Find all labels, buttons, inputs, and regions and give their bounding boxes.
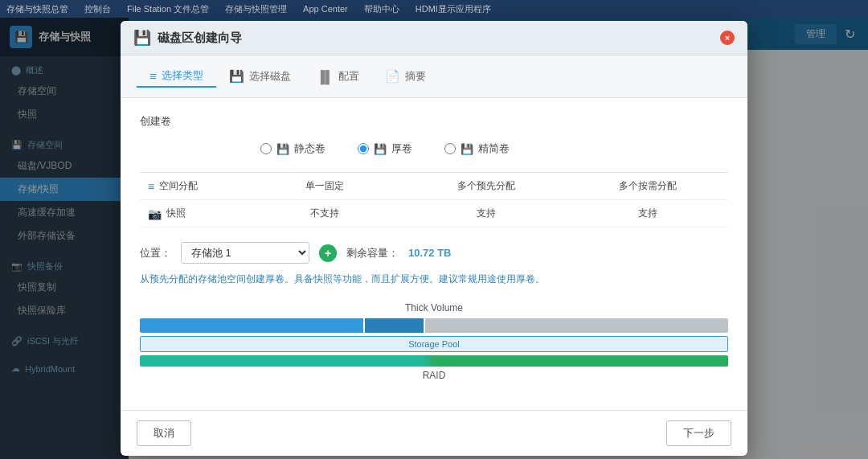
wizard-step-4[interactable]: 📄 摘要 bbox=[372, 66, 439, 87]
remaining-value: 10.72 TB bbox=[408, 247, 451, 259]
space-alloc-icon: ≡ bbox=[148, 180, 154, 193]
bar-gray-right bbox=[425, 318, 728, 333]
raid-bar bbox=[140, 355, 728, 367]
volume-type-static[interactable]: 💾 静态卷 bbox=[260, 141, 326, 156]
dialog-body: 创建卷 💾 静态卷 💾 厚卷 💾 精简卷 bbox=[121, 98, 747, 409]
prop-label-space: ≡ 空间分配 bbox=[140, 173, 244, 199]
step1-label: 选择类型 bbox=[162, 68, 203, 83]
wizard-step-2[interactable]: 💾 选择磁盘 bbox=[216, 66, 304, 87]
thick-vol-icon: 💾 bbox=[374, 143, 387, 155]
volume-type-thin[interactable]: 💾 精简卷 bbox=[444, 141, 510, 156]
static-vol-label: 静态卷 bbox=[294, 141, 326, 156]
bar-blue-left bbox=[140, 318, 363, 333]
taskbar-item-2[interactable]: 控制台 bbox=[84, 3, 111, 15]
taskbar-item-4[interactable]: 存储与快照管理 bbox=[225, 3, 287, 15]
prop-row-space: ≡ 空间分配 单一固定 多个预先分配 多个按需分配 bbox=[140, 173, 728, 200]
taskbar-item-6[interactable]: 帮助中心 bbox=[364, 3, 399, 15]
create-vol-title: 创建卷 bbox=[140, 114, 728, 129]
dialog-title: 💾 磁盘区创建向导 bbox=[133, 29, 242, 47]
info-text: 从预先分配的存储池空间创建厚卷。具备快照等功能，而且扩展方便。建议常规用途使用厚… bbox=[140, 272, 728, 287]
step2-label: 选择磁盘 bbox=[249, 69, 291, 84]
volume-type-thick[interactable]: 💾 厚卷 bbox=[358, 141, 412, 156]
dialog-titlebar: 💾 磁盘区创建向导 × bbox=[121, 21, 747, 55]
prop-row-snapshot: 📷 快照 不支持 支持 支持 bbox=[140, 200, 728, 227]
thick-vol-radio[interactable] bbox=[358, 143, 369, 154]
thin-vol-icon: 💾 bbox=[461, 143, 473, 155]
taskbar-item-5[interactable]: App Center bbox=[303, 4, 348, 14]
thick-volume-label: Thick Volume bbox=[140, 302, 728, 314]
taskbar-item-1[interactable]: 存储与快照总管 bbox=[6, 3, 68, 15]
snapshot-prop-text: 快照 bbox=[166, 207, 186, 220]
dialog-title-icon: 💾 bbox=[133, 29, 151, 47]
step3-icon: ▐▌ bbox=[317, 70, 334, 84]
prop-val-snap-1: 不支持 bbox=[244, 200, 406, 227]
location-row: 位置： 存储池 1 + 剩余容量： 10.72 TB bbox=[140, 242, 728, 264]
prop-val-snap-3: 支持 bbox=[567, 200, 728, 227]
static-vol-icon: 💾 bbox=[276, 143, 289, 155]
properties-table: ≡ 空间分配 单一固定 多个预先分配 多个按需分配 📷 快照 不支持 支持 支持 bbox=[140, 172, 728, 227]
wizard-steps: ≡ 选择类型 💾 选择磁盘 ▐▌ 配置 📄 摘要 bbox=[121, 55, 747, 98]
location-label: 位置： bbox=[140, 246, 171, 260]
add-pool-button[interactable]: + bbox=[319, 244, 337, 262]
step1-icon: ≡ bbox=[149, 69, 157, 83]
step4-icon: 📄 bbox=[385, 69, 400, 84]
prop-label-snapshot: 📷 快照 bbox=[140, 200, 244, 227]
wizard-dialog: 💾 磁盘区创建向导 × ≡ 选择类型 💾 选择磁盘 ▐▌ 配置 📄 摘要 bbox=[121, 21, 747, 455]
bar-blue-mid bbox=[365, 318, 424, 333]
thin-vol-label: 精简卷 bbox=[478, 141, 510, 156]
prop-val-snap-2: 支持 bbox=[406, 200, 567, 227]
taskbar-item-3[interactable]: File Station 文件总管 bbox=[127, 3, 209, 15]
dialog-title-text: 磁盘区创建向导 bbox=[158, 31, 242, 46]
step4-label: 摘要 bbox=[405, 69, 426, 84]
remaining-label: 剩余容量： bbox=[346, 246, 399, 260]
step2-icon: 💾 bbox=[229, 69, 244, 84]
thin-vol-radio[interactable] bbox=[444, 143, 456, 154]
step3-label: 配置 bbox=[338, 69, 359, 84]
taskbar-item-7[interactable]: HDMI显示应用程序 bbox=[416, 3, 491, 15]
prop-val-space-1: 单一固定 bbox=[244, 173, 406, 199]
wizard-step-3[interactable]: ▐▌ 配置 bbox=[304, 66, 372, 87]
dialog-close-button[interactable]: × bbox=[720, 31, 735, 45]
dialog-footer: 取消 下一步 bbox=[121, 410, 747, 456]
prop-val-space-3: 多个按需分配 bbox=[567, 173, 728, 199]
thick-vol-label: 厚卷 bbox=[391, 141, 412, 156]
thick-vol-bar bbox=[140, 318, 728, 333]
next-button[interactable]: 下一步 bbox=[666, 420, 731, 446]
space-alloc-text: 空间分配 bbox=[159, 179, 198, 193]
snapshot-prop-icon: 📷 bbox=[148, 207, 162, 220]
storage-pool-bar: Storage Pool bbox=[140, 336, 728, 352]
taskbar: 存储与快照总管 控制台 File Station 文件总管 存储与快照管理 Ap… bbox=[0, 0, 868, 18]
volume-types-row: 💾 静态卷 💾 厚卷 💾 精简卷 bbox=[140, 141, 728, 156]
static-vol-radio[interactable] bbox=[260, 143, 272, 154]
dialog-overlay: 💾 磁盘区创建向导 × ≡ 选择类型 💾 选择磁盘 ▐▌ 配置 📄 摘要 bbox=[0, 18, 868, 459]
wizard-step-1[interactable]: ≡ 选择类型 bbox=[137, 65, 216, 88]
raid-label: RAID bbox=[140, 370, 728, 381]
location-select[interactable]: 存储池 1 bbox=[181, 242, 309, 264]
prop-val-space-2: 多个预先分配 bbox=[406, 173, 567, 199]
storage-pool-label: Storage Pool bbox=[408, 339, 460, 349]
volume-viz: Thick Volume Storage Pool RAID bbox=[140, 302, 728, 381]
cancel-button[interactable]: 取消 bbox=[137, 420, 191, 446]
